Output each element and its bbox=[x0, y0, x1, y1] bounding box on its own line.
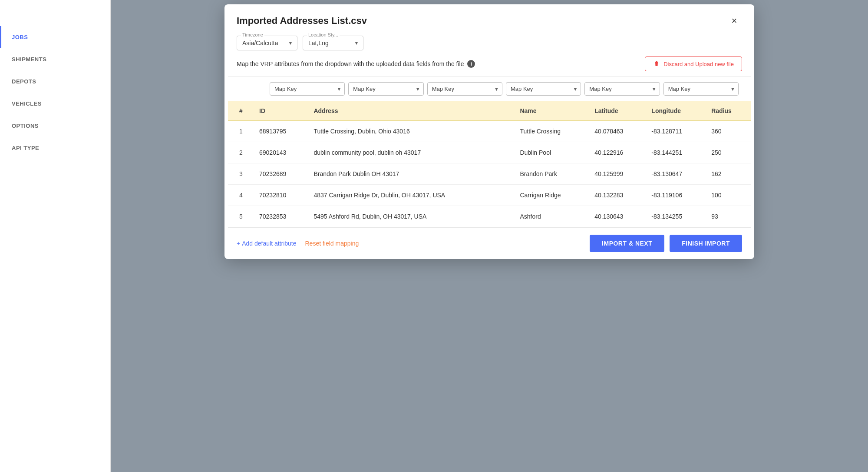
data-table: # ID Address Name Latitude Longitude Rad… bbox=[228, 101, 751, 227]
cell-row1-col6: 360 bbox=[706, 121, 751, 142]
map-key-select-2[interactable]: Map Key bbox=[348, 82, 423, 96]
trash-icon bbox=[653, 60, 660, 67]
cell-row5-col1: 70232853 bbox=[254, 206, 308, 227]
modal-title: Imported Addresses List.csv bbox=[237, 15, 367, 27]
map-key-5-wrap: Map Key ▼ bbox=[584, 82, 660, 96]
cell-row1-col4: 40.078463 bbox=[589, 121, 646, 142]
import-next-button[interactable]: IMPORT & NEXT bbox=[590, 235, 664, 252]
table-row: 370232689Brandon Park Dublin OH 43017Bra… bbox=[228, 163, 751, 185]
location-style-label: Location Sty... bbox=[307, 32, 340, 37]
add-default-label: Add default attribute bbox=[242, 240, 296, 247]
modal-toolbar: Timezone Asia/Calcutta ▼ Location Sty...… bbox=[224, 36, 754, 57]
cell-row1-col2: Tuttle Crossing, Dublin, Ohio 43016 bbox=[308, 121, 515, 142]
cell-row1-col5: -83.128711 bbox=[646, 121, 706, 142]
modal-close-button[interactable]: × bbox=[726, 13, 742, 29]
table-row: 168913795Tuttle Crossing, Dublin, Ohio 4… bbox=[228, 121, 751, 142]
cell-row4-col4: 40.132283 bbox=[589, 185, 646, 206]
modal: Imported Addresses List.csv × Timezone A… bbox=[224, 4, 754, 259]
col-header-hash: # bbox=[228, 101, 254, 121]
col-header-latitude: Latitude bbox=[589, 101, 646, 121]
map-key-select-6[interactable]: Map Key bbox=[663, 82, 739, 96]
instructions-text: Map the VRP attributes from the dropdown… bbox=[237, 60, 464, 67]
map-key-4-wrap: Map Key ▼ bbox=[506, 82, 581, 96]
cell-row5-col3: Ashford bbox=[515, 206, 589, 227]
cell-row3-col0: 3 bbox=[228, 163, 254, 185]
cell-row4-col5: -83.119106 bbox=[646, 185, 706, 206]
location-style-select[interactable]: Lat,Lng bbox=[303, 36, 363, 50]
modal-header: Imported Addresses List.csv × bbox=[224, 4, 754, 36]
cell-row2-col4: 40.122916 bbox=[589, 142, 646, 163]
col-header-address: Address bbox=[308, 101, 515, 121]
table-row: 5702328535495 Ashford Rd, Dublin, OH 430… bbox=[228, 206, 751, 227]
modal-footer: + Add default attribute Reset field mapp… bbox=[224, 228, 754, 259]
cell-row5-col5: -83.134255 bbox=[646, 206, 706, 227]
cell-row5-col4: 40.130643 bbox=[589, 206, 646, 227]
sidebar-item-options[interactable]: OPTIONS bbox=[0, 115, 110, 137]
cell-row4-col0: 4 bbox=[228, 185, 254, 206]
map-key-select-4[interactable]: Map Key bbox=[506, 82, 581, 96]
timezone-label: Timezone bbox=[241, 32, 264, 37]
timezone-dropdown-wrap: Timezone Asia/Calcutta ▼ bbox=[237, 36, 297, 50]
table-header-row: # ID Address Name Latitude Longitude Rad… bbox=[228, 101, 751, 121]
cell-row4-col3: Carrigan Ridge bbox=[515, 185, 589, 206]
map-key-6-wrap: Map Key ▼ bbox=[663, 82, 739, 96]
cell-row3-col2: Brandon Park Dublin OH 43017 bbox=[308, 163, 515, 185]
map-key-select-1[interactable]: Map Key bbox=[270, 82, 345, 96]
sidebar-item-jobs[interactable]: JOBS bbox=[0, 26, 110, 48]
footer-left: + Add default attribute Reset field mapp… bbox=[237, 240, 359, 247]
finish-import-button[interactable]: FINISH IMPORT bbox=[670, 235, 742, 252]
sidebar-item-depots[interactable]: DEPOTS bbox=[0, 70, 110, 93]
col-header-radius: Radius bbox=[706, 101, 751, 121]
cell-row4-col2: 4837 Carrigan Ridge Dr, Dublin, OH 43017… bbox=[308, 185, 515, 206]
discard-button-label: Discard and Upload new file bbox=[663, 61, 734, 67]
location-style-dropdown-wrap: Location Sty... Lat,Lng ▼ bbox=[303, 36, 363, 50]
cell-row3-col3: Brandon Park bbox=[515, 163, 589, 185]
cell-row2-col0: 2 bbox=[228, 142, 254, 163]
col-header-name: Name bbox=[515, 101, 589, 121]
timezone-select[interactable]: Asia/Calcutta bbox=[237, 36, 297, 50]
cell-row1-col0: 1 bbox=[228, 121, 254, 142]
sidebar: JOBS SHIPMENTS DEPOTS VEHICLES OPTIONS A… bbox=[0, 0, 111, 472]
cell-row4-col6: 100 bbox=[706, 185, 751, 206]
map-key-2-wrap: Map Key ▼ bbox=[348, 82, 423, 96]
cell-row4-col1: 70232810 bbox=[254, 185, 308, 206]
cell-row2-col6: 250 bbox=[706, 142, 751, 163]
col-header-longitude: Longitude bbox=[646, 101, 706, 121]
sidebar-item-vehicles[interactable]: VEHICLES bbox=[0, 93, 110, 115]
info-icon: i bbox=[467, 60, 475, 68]
modal-instructions: Map the VRP attributes from the dropdown… bbox=[224, 57, 754, 76]
map-keys-row: Map Key ▼ Map Key ▼ Map Key bbox=[228, 77, 751, 101]
map-key-select-5[interactable]: Map Key bbox=[584, 82, 660, 96]
cell-row2-col1: 69020143 bbox=[254, 142, 308, 163]
cell-row2-col5: -83.144251 bbox=[646, 142, 706, 163]
cell-row3-col5: -83.130647 bbox=[646, 163, 706, 185]
add-default-attribute-button[interactable]: + Add default attribute bbox=[237, 240, 297, 247]
modal-overlay: Imported Addresses List.csv × Timezone A… bbox=[111, 0, 868, 472]
sidebar-item-api-type[interactable]: API TYPE bbox=[0, 137, 110, 159]
cell-row2-col2: dublin community pool, dublin oh 43017 bbox=[308, 142, 515, 163]
discard-upload-button[interactable]: Discard and Upload new file bbox=[645, 57, 742, 71]
main-content: Imported Addresses List.csv × Timezone A… bbox=[111, 0, 868, 472]
map-key-3-wrap: Map Key ▼ bbox=[427, 82, 502, 96]
cell-row3-col1: 70232689 bbox=[254, 163, 308, 185]
footer-right: IMPORT & NEXT FINISH IMPORT bbox=[590, 235, 742, 252]
table-row: 4702328104837 Carrigan Ridge Dr, Dublin,… bbox=[228, 185, 751, 206]
table-row: 269020143dublin community pool, dublin o… bbox=[228, 142, 751, 163]
table-container[interactable]: Map Key ▼ Map Key ▼ Map Key bbox=[228, 76, 751, 228]
reset-field-mapping-button[interactable]: Reset field mapping bbox=[305, 240, 359, 247]
map-key-1-wrap: Map Key ▼ bbox=[270, 82, 345, 96]
col-header-id: ID bbox=[254, 101, 308, 121]
cell-row5-col2: 5495 Ashford Rd, Dublin, OH 43017, USA bbox=[308, 206, 515, 227]
cell-row1-col1: 68913795 bbox=[254, 121, 308, 142]
add-default-plus-icon: + bbox=[237, 240, 240, 247]
sidebar-item-shipments[interactable]: SHIPMENTS bbox=[0, 48, 110, 70]
cell-row3-col4: 40.125999 bbox=[589, 163, 646, 185]
cell-row5-col6: 93 bbox=[706, 206, 751, 227]
cell-row1-col3: Tuttle Crossing bbox=[515, 121, 589, 142]
map-key-select-3[interactable]: Map Key bbox=[427, 82, 502, 96]
cell-row3-col6: 162 bbox=[706, 163, 751, 185]
cell-row5-col0: 5 bbox=[228, 206, 254, 227]
cell-row2-col3: Dublin Pool bbox=[515, 142, 589, 163]
